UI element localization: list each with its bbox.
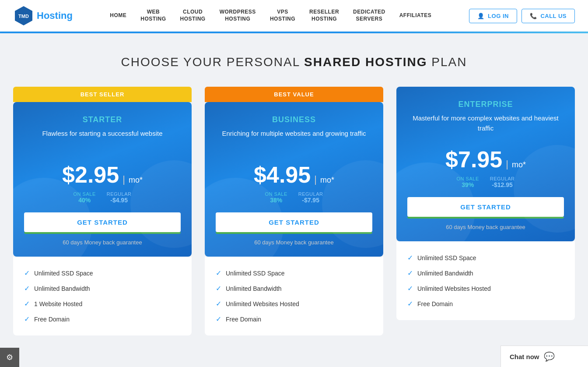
nav-affiliates[interactable]: AFFILIATES <box>392 12 438 19</box>
nav-home[interactable]: HOME <box>103 12 133 19</box>
business-features: ✓ Unlimited SSD Space ✓ Unlimited Bandwi… <box>205 257 383 335</box>
feature-item: ✓ 1 Website Hosted <box>24 296 181 311</box>
starter-regular-label: REGULAR <box>107 191 132 197</box>
feature-item: ✓ Unlimited Bandwidth <box>216 281 372 296</box>
feature-text: Unlimited SSD Space <box>417 254 476 261</box>
gear-icon: ⚙ <box>6 353 13 362</box>
chat-bubble-icon: 💬 <box>544 351 555 362</box>
starter-mo: mo* <box>129 176 143 185</box>
starter-sale-label: ON SALE <box>74 191 96 197</box>
starter-features: ✓ Unlimited SSD Space ✓ Unlimited Bandwi… <box>13 257 192 335</box>
chat-widget[interactable]: Chat now 💬 <box>500 346 588 367</box>
logo[interactable]: TMD Hosting <box>13 5 73 26</box>
plan-business: BEST VALUE BUSINESS Enriching for multip… <box>205 87 383 335</box>
check-icon: ✓ <box>216 315 221 323</box>
user-icon: 👤 <box>477 13 485 19</box>
enterprise-sep: | <box>506 159 508 170</box>
business-desc: Enriching for multiple websites and grow… <box>216 129 372 151</box>
business-sale-value: 38% <box>265 197 287 204</box>
feature-text: Unlimited Bandwidth <box>417 270 473 277</box>
nav-wordpress-hosting[interactable]: WORDPRESSHOSTING <box>213 9 263 22</box>
starter-price: $2.95 <box>62 162 119 188</box>
feature-item: ✓ Free Domain <box>216 311 372 327</box>
main-nav: HOME WEBHOSTING CLOUDHOSTING WORDPRESSHO… <box>103 9 438 22</box>
enterprise-regular-label: REGULAR <box>490 176 515 181</box>
enterprise-price-area: $7.95 | mo* ON SALE 39% REGULAR -$12.95 <box>407 146 564 188</box>
nav-web-hosting[interactable]: WEBHOSTING <box>133 9 173 22</box>
nav-reseller-hosting[interactable]: RESELLERHOSTING <box>302 9 346 22</box>
business-name: BUSINESS <box>216 115 372 124</box>
starter-name: STARTER <box>24 115 181 124</box>
login-button[interactable]: 👤 LOG IN <box>469 9 517 23</box>
feature-text: Free Domain <box>34 316 70 323</box>
check-icon: ✓ <box>216 269 221 277</box>
login-label: LOG IN <box>488 13 509 19</box>
enterprise-features: ✓ Unlimited SSD Space ✓ Unlimited Bandwi… <box>396 241 575 320</box>
enterprise-desc: Masterful for more complex websites and … <box>407 113 564 135</box>
plans-grid: BEST SELLER STARTER Flawless for startin… <box>13 87 575 335</box>
enterprise-name: ENTERPRISE <box>407 100 564 109</box>
enterprise-money-back: 60 days Money back guarantee <box>407 224 564 230</box>
check-icon: ✓ <box>24 315 30 323</box>
logo-text: Hosting <box>37 10 73 21</box>
callus-button[interactable]: 📞 CALL US <box>522 9 575 23</box>
header: TMD Hosting HOME WEBHOSTING CLOUDHOSTING… <box>0 0 588 32</box>
feature-item: ✓ Free Domain <box>407 296 564 311</box>
enterprise-card: ENTERPRISE Masterful for more complex we… <box>396 87 575 241</box>
header-actions: 👤 LOG IN 📞 CALL US <box>469 9 575 23</box>
check-icon: ✓ <box>24 269 30 277</box>
starter-price-area: $2.95 | mo* ON SALE 40% REGULAR -$4.95 <box>24 162 181 204</box>
business-regular-value: -$7.95 <box>298 197 323 204</box>
feature-text: 1 Website Hosted <box>34 300 82 307</box>
enterprise-cta-button[interactable]: GET STARTED <box>407 197 564 217</box>
check-icon: ✓ <box>24 300 30 308</box>
feature-text: Unlimited Bandwidth <box>34 285 90 292</box>
check-icon: ✓ <box>407 284 413 293</box>
feature-item: ✓ Free Domain <box>24 311 181 327</box>
svg-text:TMD: TMD <box>18 14 29 19</box>
phone-icon: 📞 <box>530 13 537 19</box>
feature-text: Unlimited Websites Hosted <box>417 285 491 292</box>
check-icon: ✓ <box>407 300 413 308</box>
starter-money-back: 60 days Money back guarantee <box>24 239 181 246</box>
business-mo: mo* <box>320 176 334 185</box>
nav-dedicated-servers[interactable]: DEDICATEDSERVERS <box>346 9 392 22</box>
nav-cloud-hosting[interactable]: CLOUDHOSTING <box>173 9 213 22</box>
check-icon: ✓ <box>24 284 30 293</box>
main-content: CHOOSE YOUR PERSONAL SHARED HOSTING PLAN… <box>0 33 588 349</box>
enterprise-sale-value: 39% <box>457 181 479 188</box>
feature-item: ✓ Unlimited SSD Space <box>407 250 564 265</box>
starter-desc: Flawless for starting a successful websi… <box>24 129 181 151</box>
feature-text: Free Domain <box>226 316 261 323</box>
chat-label: Chat now <box>510 353 539 360</box>
business-price: $4.95 <box>254 162 311 188</box>
starter-sep: | <box>122 174 125 185</box>
business-cta-button[interactable]: GET STARTED <box>216 212 372 232</box>
feature-item: ✓ Unlimited Websites Hosted <box>216 296 372 311</box>
enterprise-mo: mo* <box>512 160 526 169</box>
check-icon: ✓ <box>407 254 413 262</box>
plan-enterprise: ENTERPRISE Masterful for more complex we… <box>396 87 575 320</box>
enterprise-price: $7.95 <box>445 146 502 173</box>
feature-item: ✓ Unlimited Bandwidth <box>407 265 564 281</box>
starter-sale-value: 40% <box>74 197 96 204</box>
feature-text: Unlimited SSD Space <box>34 270 93 277</box>
feature-text: Unlimited Websites Hosted <box>226 300 299 307</box>
starter-cta-button[interactable]: GET STARTED <box>24 212 181 232</box>
feature-text: Free Domain <box>417 300 453 307</box>
feature-text: Unlimited SSD Space <box>226 270 285 277</box>
feature-item: ✓ Unlimited Bandwidth <box>24 281 181 296</box>
settings-widget[interactable]: ⚙ <box>0 348 19 367</box>
business-regular-label: REGULAR <box>298 191 323 197</box>
enterprise-sale-label: ON SALE <box>457 176 479 181</box>
business-badge: BEST VALUE <box>205 87 383 102</box>
business-sep: | <box>314 174 317 185</box>
business-card: BUSINESS Enriching for multiple websites… <box>205 102 383 257</box>
check-icon: ✓ <box>407 269 413 277</box>
page-title: CHOOSE YOUR PERSONAL SHARED HOSTING PLAN <box>13 55 575 69</box>
feature-item: ✓ Unlimited SSD Space <box>216 265 372 281</box>
nav-vps-hosting[interactable]: VPSHOSTING <box>263 9 302 22</box>
enterprise-regular-value: -$12.95 <box>490 181 515 188</box>
business-sale-label: ON SALE <box>265 191 287 197</box>
starter-regular-value: -$4.95 <box>107 197 132 204</box>
